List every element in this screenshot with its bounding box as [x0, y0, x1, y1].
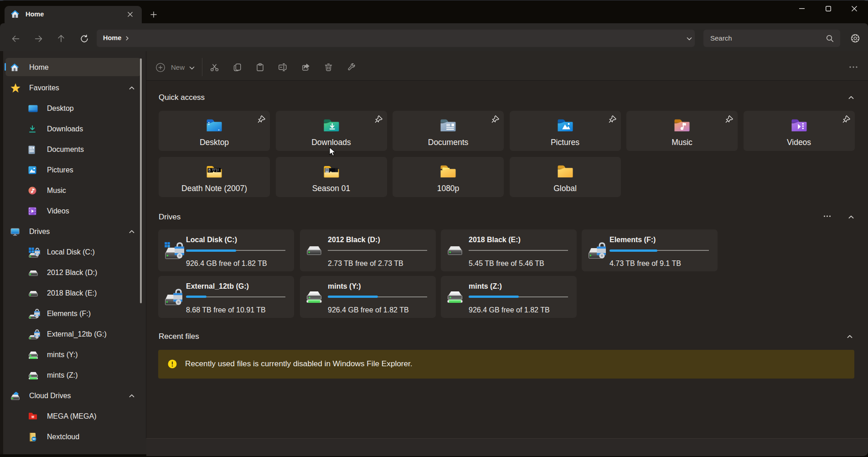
svg-text:M: M [32, 415, 34, 418]
